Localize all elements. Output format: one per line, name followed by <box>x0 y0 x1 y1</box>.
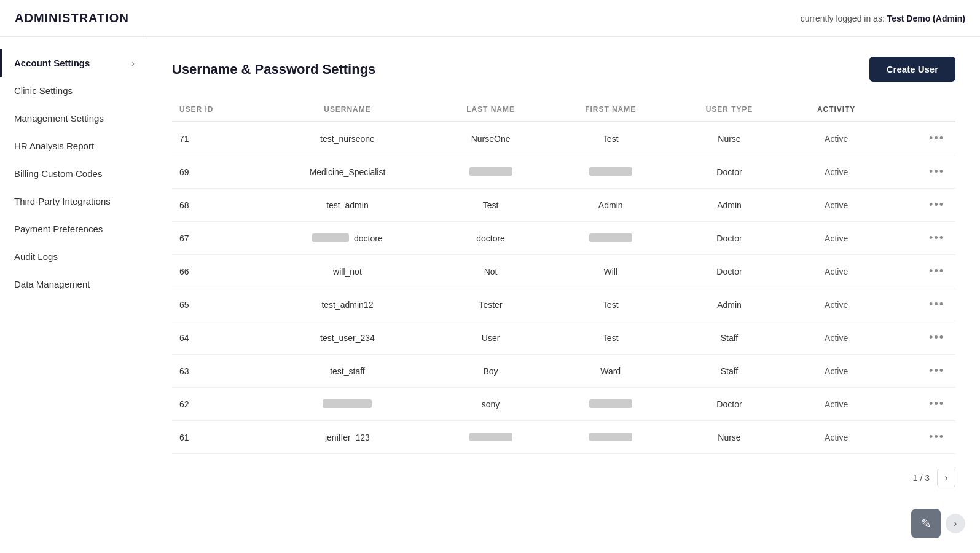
cell-actions: ••• <box>886 122 955 155</box>
cell-first-name: Test <box>549 321 672 355</box>
sidebar-item-clinic-settings[interactable]: Clinic Settings <box>0 77 147 104</box>
sidebar-item-management-settings[interactable]: Management Settings <box>0 104 147 132</box>
row-more-button[interactable]: ••• <box>925 131 948 146</box>
next-page-button[interactable]: › <box>937 469 955 487</box>
cell-user-id: 64 <box>172 321 263 355</box>
cell-last-name: User <box>432 321 549 355</box>
cell-first-name: Test <box>549 288 672 321</box>
cell-activity: Active <box>787 288 886 321</box>
cell-username: test_staff <box>263 355 432 388</box>
cell-first-name: ...... <box>549 222 672 255</box>
row-more-button[interactable]: ••• <box>925 264 948 279</box>
cell-actions: ••• <box>886 255 955 288</box>
sidebar-item-label: Payment Preferences <box>14 224 103 234</box>
table-row: 64test_user_234UserTestStaffActive••• <box>172 321 955 355</box>
cell-first-name: Admin <box>549 189 672 222</box>
create-user-button[interactable]: Create User <box>869 57 955 82</box>
cell-actions: ••• <box>886 189 955 222</box>
table-row: 61jeniffer_123............NurseActive••• <box>172 421 955 454</box>
page-header: Username & Password Settings Create User <box>172 57 955 82</box>
table-row: 62......sony......DoctorActive••• <box>172 388 955 421</box>
app-title: ADMINISTRATION <box>15 11 129 25</box>
logged-in-user: Test Demo (Admin) <box>887 14 965 23</box>
sidebar-item-account-settings[interactable]: Account Settings › <box>0 49 147 77</box>
cell-activity: Active <box>787 155 886 189</box>
cell-user-id: 66 <box>172 255 263 288</box>
sidebar-item-label: Data Management <box>14 279 90 289</box>
cell-activity: Active <box>787 321 886 355</box>
cell-actions: ••• <box>886 321 955 355</box>
edit-icon: ✎ <box>921 516 931 531</box>
cell-user-id: 69 <box>172 155 263 189</box>
cell-user-id: 65 <box>172 288 263 321</box>
cell-user-type: Staff <box>672 321 786 355</box>
row-more-button[interactable]: ••• <box>925 297 948 312</box>
sidebar-item-hr-analysis-report[interactable]: HR Analysis Report <box>0 132 147 160</box>
cell-user-id: 63 <box>172 355 263 388</box>
cell-actions: ••• <box>886 388 955 421</box>
col-first-name: FIRST NAME <box>549 99 672 122</box>
cell-activity: Active <box>787 255 886 288</box>
sidebar-item-audit-logs[interactable]: Audit Logs <box>0 243 147 270</box>
col-actions <box>886 99 955 122</box>
col-username: USERNAME <box>263 99 432 122</box>
table-row: 69Medicine_Specialist............DoctorA… <box>172 155 955 189</box>
cell-last-name: sony <box>432 388 549 421</box>
col-user-type: USER TYPE <box>672 99 786 122</box>
row-more-button[interactable]: ••• <box>925 363 948 378</box>
cell-actions: ••• <box>886 222 955 255</box>
table-row: 67..._doctoredoctore......DoctorActive••… <box>172 222 955 255</box>
cell-username: test_user_234 <box>263 321 432 355</box>
cell-username: will_not <box>263 255 432 288</box>
sidebar-item-label: HR Analysis Report <box>14 141 94 151</box>
cell-last-name: ...... <box>432 155 549 189</box>
cell-first-name: Will <box>549 255 672 288</box>
chevron-right-icon: › <box>954 518 957 529</box>
cell-user-type: Staff <box>672 355 786 388</box>
cell-first-name: Ward <box>549 355 672 388</box>
sidebar-item-label: Management Settings <box>14 113 104 124</box>
cell-last-name: Boy <box>432 355 549 388</box>
col-activity: ACTIVITY <box>787 99 886 122</box>
chevron-right-icon: › <box>131 58 135 68</box>
cell-user-type: Admin <box>672 288 786 321</box>
fab-area: ✎ › <box>911 509 965 538</box>
row-more-button[interactable]: ••• <box>925 330 948 345</box>
page-current: 1 <box>913 473 918 483</box>
cell-first-name: ...... <box>549 155 672 189</box>
cell-actions: ••• <box>886 288 955 321</box>
cell-activity: Active <box>787 122 886 155</box>
sidebar-item-label: Clinic Settings <box>14 85 73 96</box>
main-content: Username & Password Settings Create User… <box>147 37 980 553</box>
cell-activity: Active <box>787 222 886 255</box>
sidebar-item-payment-preferences[interactable]: Payment Preferences <box>0 215 147 243</box>
row-more-button[interactable]: ••• <box>925 230 948 246</box>
cell-user-type: Doctor <box>672 222 786 255</box>
row-more-button[interactable]: ••• <box>925 396 948 412</box>
sidebar-item-label: Billing Custom Codes <box>14 168 102 179</box>
row-more-button[interactable]: ••• <box>925 164 948 179</box>
cell-user-type: Doctor <box>672 155 786 189</box>
sidebar-item-data-management[interactable]: Data Management <box>0 270 147 298</box>
pagination: 1 / 3 › <box>172 469 955 487</box>
cell-user-type: Doctor <box>672 255 786 288</box>
cell-username: jeniffer_123 <box>263 421 432 454</box>
cell-user-id: 62 <box>172 388 263 421</box>
table-row: 63test_staffBoyWardStaffActive••• <box>172 355 955 388</box>
cell-actions: ••• <box>886 355 955 388</box>
fab-chevron-button[interactable]: › <box>946 514 965 533</box>
cell-user-id: 68 <box>172 189 263 222</box>
cell-username: ...... <box>263 388 432 421</box>
sidebar: Account Settings › Clinic Settings Manag… <box>0 37 147 553</box>
sidebar-item-billing-custom-codes[interactable]: Billing Custom Codes <box>0 160 147 187</box>
page-info: 1 / 3 <box>913 473 930 483</box>
table-row: 71test_nurseoneNurseOneTestNurseActive••… <box>172 122 955 155</box>
row-more-button[interactable]: ••• <box>925 197 948 213</box>
table-row: 65test_admin12TesterTestAdminActive••• <box>172 288 955 321</box>
edit-fab-button[interactable]: ✎ <box>911 509 941 538</box>
row-more-button[interactable]: ••• <box>925 429 948 445</box>
sidebar-item-third-party-integrations[interactable]: Third-Party Integrations <box>0 187 147 215</box>
col-last-name: LAST NAME <box>432 99 549 122</box>
cell-last-name: doctore <box>432 222 549 255</box>
cell-last-name: Test <box>432 189 549 222</box>
